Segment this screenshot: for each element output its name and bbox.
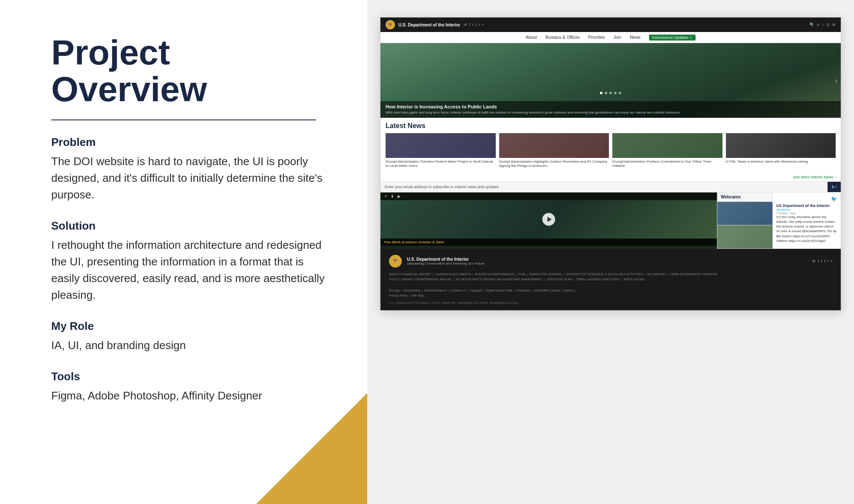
doi-video-title: This Week at Interior October 9, 2020 [380,239,717,246]
doi-website-mockup: 🦅 U.S. Department of the Interior ✉ f t … [380,17,841,311]
problem-section: Problem The DOI website is hard to navig… [51,136,333,203]
news-item-1[interactable]: Drumpf Administration Transfers Federal … [386,133,496,169]
problem-heading: Problem [51,136,333,149]
my-role-section: My Role IA, UI, and branding design [51,320,333,354]
tools-heading: Tools [51,370,333,383]
hero-dot-4[interactable] [614,92,617,94]
doi-topbar-left: 🦅 U.S. Department of the Interior ✉ f t … [386,20,484,29]
doi-footer-org-info: U.S. Department of the Interior Stewardi… [407,257,484,265]
doi-hero-caption: How Interior is Increasing Access to Pub… [380,101,841,118]
doi-footer-link-row-2: POLICY LIBRARY: DEPARTMENTAL MANUAL | NO… [389,277,832,283]
doi-footer: 🦅 U.S. Department of the Interior Stewar… [380,249,841,310]
nav-priorities[interactable]: Priorities [588,35,605,40]
envelope-icon: ✉ [832,23,836,27]
doi-webcams-section: Webcams [717,192,772,249]
share-icon[interactable]: ↗ [384,194,387,198]
social-dot-1: • [479,23,480,27]
doi-topbar-action-icons: 🔍 A ○ D ✉ [810,23,836,27]
page-title: Project Overview [51,34,333,108]
doi-news-grid: Drumpf Administration Transfers Federal … [386,133,836,169]
social-dot-2: • [483,23,484,27]
doi-footer-link-row-3: DOI.gov | Accessibility | Accommodations… [389,288,832,294]
news-caption-1: Drumpf Administration Transfers Federal … [386,160,496,169]
nav-news[interactable]: News [630,35,640,40]
hero-dot-1[interactable] [600,92,602,94]
footer-mail-icon[interactable]: ✉ [812,259,816,263]
doi-footer-address: U.S. Department of the Interior, 1849 C … [389,301,832,304]
doi-subscribe-button[interactable]: b › [828,182,841,192]
hero-dot-5[interactable] [619,92,621,94]
doi-news-section: Latest News Drumpf Administration Transf… [380,118,841,173]
solution-body: I rethought the information architecture… [51,237,333,303]
doi-org-name: U.S. Department of the Interior [398,23,460,27]
news-item-4[interactable]: ICYMI: 'Made in America' starts with Min… [726,133,836,169]
doi-logo: 🦅 [386,20,395,29]
download-icon[interactable]: ⬇ [391,194,394,198]
nav-join[interactable]: Join [614,35,621,40]
doi-see-more[interactable]: See More Interior News › [380,173,841,181]
hero-dot-3[interactable] [609,92,612,94]
doi-footer-link-row-1: AGENCY FINANCIAL REPORT | GUIDANCE DOCUM… [389,272,832,277]
news-image-4 [726,133,836,158]
news-caption-4: ICYMI: 'Made in America' starts with Min… [726,160,836,164]
doi-twitter-handle[interactable]: @Interior [776,208,837,212]
news-image-1 [386,133,496,158]
doi-footer-social: ✉ f t t • • [812,259,832,263]
doi-hero-subtitle: With short term gains and long term focu… [386,111,836,115]
contrast-icon: ○ [822,23,824,27]
d-icon: D [827,23,830,27]
problem-body: The DOI website is hard to navigate, the… [51,153,333,203]
solution-section: Solution I rethought the information arc… [51,219,333,303]
nav-about[interactable]: About [526,35,537,40]
left-panel: Project Overview Problem The DOI website… [0,0,367,504]
doi-footer-org-name: U.S. Department of the Interior [407,257,484,262]
doi-subscribe-bar: Enter your email address to subscribe to… [380,181,841,192]
doi-twitter-text: On the rocky shoreline above the Atlanti… [776,215,837,243]
facebook-icon: f [469,23,471,27]
solution-heading: Solution [51,219,333,233]
doi-twitter-header: 🐦 [776,196,837,202]
doi-hero-title: How Interior is Increasing Access to Pub… [386,104,836,109]
footer-dot-2[interactable]: • [831,259,832,263]
play-arrow-icon [547,217,552,222]
doi-webcams-header: Webcams [717,192,772,202]
footer-twitter-icon[interactable]: t [821,259,822,263]
doi-twitter-time: 2 weeks 1 day [776,212,837,215]
doi-play-button[interactable] [542,213,555,226]
nav-bureaus[interactable]: Bureaus & Offices [545,35,579,40]
news-item-2[interactable]: Drumpf Administration Highlights Outdoor… [499,133,609,169]
doi-video-topbar: ↗ ⬇ ▶ [380,192,717,200]
doi-footer-link-row-4: Privacy Policy | Site Map [389,293,832,299]
nav-covid[interactable]: Coronavirus Updates ✓ [649,35,696,41]
doi-subscribe-input[interactable]: Enter your email address to subscribe to… [380,182,828,192]
tumblr-icon: t [476,23,477,27]
hero-dot-2[interactable] [605,92,607,94]
right-panel: 🦅 U.S. Department of the Interior ✉ f t … [367,0,854,504]
footer-tumblr-icon[interactable]: t [824,259,825,263]
doi-topbar: 🦅 U.S. Department of the Interior ✉ f t … [380,17,841,32]
hero-next-arrow[interactable]: › [835,77,837,84]
mail-icon: ✉ [464,23,467,27]
doi-webcam-image-1[interactable] [717,202,772,225]
news-image-2 [499,133,609,158]
news-image-3 [612,133,722,158]
doi-video-thumbnail[interactable] [380,200,717,239]
doi-twitter-section: 🐦 US Department of the Interior @Interio… [772,192,841,249]
news-item-3[interactable]: Drumpf Administration Furthers Commitmen… [612,133,722,169]
doi-twitter-name: US Department of the Interior [776,204,837,208]
hero-dots [600,92,621,94]
doi-main-nav: About Bureaus & Offices Priorities Join … [380,32,841,43]
search-icon[interactable]: 🔍 [810,23,814,27]
footer-dot-1[interactable]: • [828,259,829,263]
doi-webcam-image-2[interactable] [717,225,772,249]
twitter-bird-icon: 🐦 [831,196,837,202]
youtube-icon[interactable]: ▶ [398,194,401,198]
my-role-heading: My Role [51,320,333,333]
news-caption-3: Drumpf Administration Furthers Commitmen… [612,160,722,169]
doi-news-heading: Latest News [386,122,836,130]
footer-facebook-icon[interactable]: f [818,259,819,263]
doi-footer-logo: 🦅 [389,255,402,268]
doi-bottom-row: ↗ ⬇ ▶ This Week at Interior October 9, 2… [380,192,841,249]
news-caption-2: Drumpf Administration Highlights Outdoor… [499,160,609,169]
doi-video-section: ↗ ⬇ ▶ This Week at Interior October 9, 2… [380,192,717,249]
